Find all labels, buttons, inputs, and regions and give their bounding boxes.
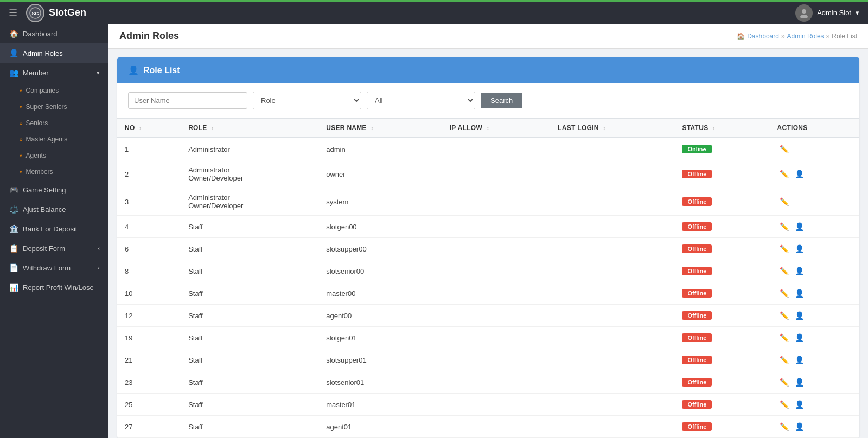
delete-button[interactable]: 👤 <box>793 310 806 321</box>
cell-username: master01 <box>318 394 442 416</box>
chevron-icon: » <box>20 120 23 126</box>
sidebar-sub-label: Members <box>26 168 53 176</box>
sidebar-item-game-setting[interactable]: 🎮 Game Setting <box>0 180 108 199</box>
edit-button[interactable]: ✏️ <box>777 310 791 321</box>
user-dropdown-arrow[interactable]: ▾ <box>856 9 859 17</box>
cell-ip-allow <box>442 349 550 371</box>
cell-status: Offline <box>674 371 769 394</box>
edit-button[interactable]: ✏️ <box>777 243 791 254</box>
status-badge: Offline <box>682 422 712 431</box>
table-row: 23 Staff slotsenior01 Offline ✏️ 👤 <box>117 371 859 394</box>
status-select[interactable]: All Online Offline <box>367 92 475 110</box>
edit-button[interactable]: ✏️ <box>777 144 791 154</box>
delete-button[interactable]: 👤 <box>793 169 806 179</box>
sidebar-item-master-agents[interactable]: » Master Agents <box>0 131 108 147</box>
withdraw-form-arrow: ‹ <box>98 265 100 271</box>
edit-button[interactable]: ✏️ <box>777 332 791 343</box>
sidebar-item-deposit-form[interactable]: 📋 Deposit Form ‹ <box>0 239 108 258</box>
table-row: 25 Staff master01 Offline ✏️ 👤 <box>117 394 859 416</box>
sidebar-item-label: Bank For Deposit <box>23 225 77 233</box>
sidebar-item-label: Withdraw Form <box>23 264 71 272</box>
cell-no: 1 <box>117 138 181 160</box>
chevron-icon: » <box>20 153 23 159</box>
delete-button[interactable]: 👤 <box>793 421 806 432</box>
sidebar-item-admin-roles[interactable]: 👤 Admin Roles <box>0 43 108 63</box>
table-row: 3 AdministratorOwner/Developer system Of… <box>117 188 859 216</box>
card-header-title: Role List <box>143 66 180 75</box>
breadcrumb-admin-roles[interactable]: Admin Roles <box>787 33 824 40</box>
sidebar-item-adjust-balance[interactable]: ⚖️ Ajust Balance <box>0 199 108 219</box>
chevron-icon: » <box>20 169 23 175</box>
username-input[interactable] <box>128 92 247 109</box>
cell-status: Offline <box>674 216 769 238</box>
sidebar-sub-label: Super Seniors <box>26 103 67 111</box>
breadcrumb-home-icon: 🏠 <box>737 33 745 40</box>
cell-status: Offline <box>674 327 769 349</box>
breadcrumb-sep1: » <box>781 33 785 40</box>
delete-button[interactable]: 👤 <box>793 266 806 276</box>
sidebar-item-label: Dashboard <box>23 30 58 38</box>
edit-button[interactable]: ✏️ <box>777 169 791 179</box>
cell-actions: ✏️ 👤 <box>770 327 860 349</box>
breadcrumb-dashboard[interactable]: Dashboard <box>747 33 779 40</box>
search-button[interactable]: Search <box>481 93 522 108</box>
cell-role: AdministratorOwner/Developer <box>181 160 318 188</box>
cell-actions: ✏️ 👤 <box>770 238 860 260</box>
cell-ip-allow <box>442 260 550 282</box>
deposit-form-icon: 📋 <box>9 244 18 253</box>
sidebar-item-super-seniors[interactable]: » Super Seniors <box>0 99 108 115</box>
cell-role: Administrator <box>181 138 318 160</box>
table-row: 1 Administrator admin Online ✏️ <box>117 138 859 160</box>
cell-role: Staff <box>181 371 318 394</box>
cell-no: 3 <box>117 188 181 216</box>
cell-actions: ✏️ 👤 <box>770 305 860 327</box>
edit-button[interactable]: ✏️ <box>777 221 791 232</box>
sidebar-item-report-profit[interactable]: 📊 Report Profit Win/Lose <box>0 278 108 297</box>
sidebar-item-seniors[interactable]: » Seniors <box>0 115 108 131</box>
user-label: Admin Slot <box>817 9 851 17</box>
edit-button[interactable]: ✏️ <box>777 377 791 388</box>
cell-ip-allow <box>442 305 550 327</box>
edit-button[interactable]: ✏️ <box>777 355 791 365</box>
edit-button[interactable]: ✏️ <box>777 266 791 276</box>
logo-icon: SG <box>26 4 44 22</box>
sidebar-sub-label: Master Agents <box>26 136 68 143</box>
edit-button[interactable]: ✏️ <box>777 421 791 432</box>
edit-button[interactable]: ✏️ <box>777 399 791 410</box>
svg-point-3 <box>800 15 808 18</box>
sidebar-item-label: Game Setting <box>23 186 66 194</box>
sidebar-item-companies[interactable]: » Companies <box>0 82 108 99</box>
cell-role: Staff <box>181 305 318 327</box>
edit-button[interactable]: ✏️ <box>777 196 791 207</box>
edit-button[interactable]: ✏️ <box>777 288 791 299</box>
dashboard-icon: 🏠 <box>9 29 18 38</box>
hamburger-icon[interactable]: ☰ <box>9 7 17 19</box>
delete-button[interactable]: 👤 <box>793 288 806 299</box>
sidebar-item-dashboard[interactable]: 🏠 Dashboard <box>0 24 108 43</box>
cell-last-login <box>550 138 674 160</box>
cell-ip-allow <box>442 371 550 394</box>
cell-no: 25 <box>117 394 181 416</box>
role-select[interactable]: Role Administrator Staff <box>253 92 361 110</box>
table-wrapper: No ↕ ROLE ↕ USER NAME ↕ IP ALLOW ↕ LAST … <box>117 118 859 438</box>
sidebar-item-members[interactable]: » Members <box>0 164 108 180</box>
sidebar-item-member[interactable]: 👥 Member ▾ <box>0 63 108 82</box>
page-title: Admin Roles <box>119 30 179 42</box>
delete-button[interactable]: 👤 <box>793 355 806 365</box>
delete-button[interactable]: 👤 <box>793 332 806 343</box>
delete-button[interactable]: 👤 <box>793 377 806 388</box>
sidebar-item-bank-deposit[interactable]: 🏦 Bank For Deposit <box>0 219 108 239</box>
status-badge: Offline <box>682 289 712 298</box>
sidebar-item-withdraw-form[interactable]: 📄 Withdraw Form ‹ <box>0 258 108 278</box>
cell-username: slotsupper01 <box>318 349 442 371</box>
sidebar-item-agents[interactable]: » Agents <box>0 147 108 164</box>
cell-status: Offline <box>674 394 769 416</box>
delete-button[interactable]: 👤 <box>793 243 806 254</box>
sidebar-item-label: Ajust Balance <box>23 205 66 214</box>
delete-button[interactable]: 👤 <box>793 399 806 410</box>
table-row: 21 Staff slotsupper01 Offline ✏️ 👤 <box>117 349 859 371</box>
delete-button[interactable]: 👤 <box>793 221 806 232</box>
cell-ip-allow <box>442 160 550 188</box>
cell-username: master00 <box>318 282 442 305</box>
cell-username: slotsupper00 <box>318 238 442 260</box>
